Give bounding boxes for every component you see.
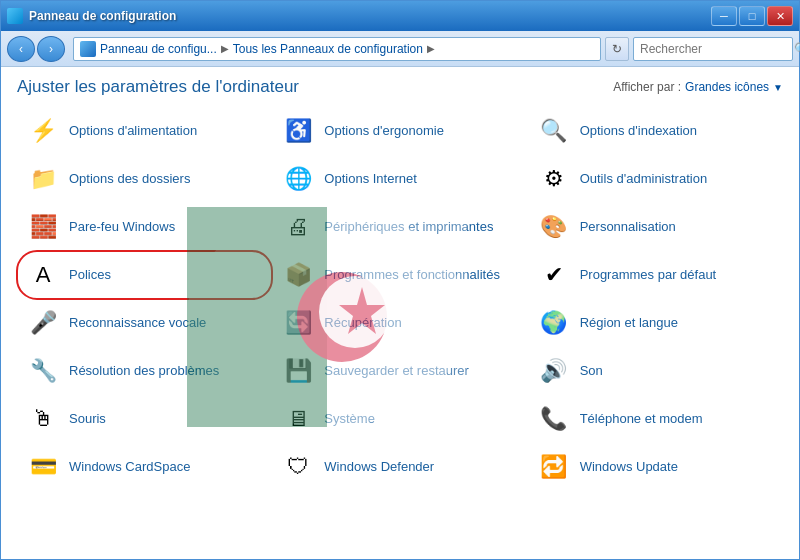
breadcrumb-arrow2: ▶ <box>427 43 435 54</box>
item-icon-systeme: 🖥 <box>280 401 316 437</box>
grid-item-personnalisation[interactable]: 🎨Personnalisation <box>528 203 783 251</box>
item-label-outils-admin: Outils d'administration <box>580 171 707 187</box>
item-icon-resolution-problemes: 🔧 <box>25 353 61 389</box>
view-arrow-icon: ▼ <box>773 82 783 93</box>
address-icon <box>80 41 96 57</box>
minimize-button[interactable]: ─ <box>711 6 737 26</box>
item-label-windows-cardspace: Windows CardSpace <box>69 459 190 475</box>
grid-item-systeme[interactable]: 🖥Système <box>272 395 527 443</box>
item-label-systeme: Système <box>324 411 375 427</box>
grid-item-telephone-modem[interactable]: 📞Téléphone et modem <box>528 395 783 443</box>
view-options: Afficher par : Grandes icônes ▼ <box>613 80 783 94</box>
search-icon: 🔍 <box>794 42 800 56</box>
grid-item-resolution-problemes[interactable]: 🔧Résolution des problèmes <box>17 347 272 395</box>
item-label-personnalisation: Personnalisation <box>580 219 676 235</box>
nav-buttons: ‹ › <box>7 36 65 62</box>
item-icon-telephone-modem: 📞 <box>536 401 572 437</box>
page-title: Ajuster les paramètres de l'ordinateur <box>17 77 299 97</box>
search-box[interactable]: 🔍 <box>633 37 793 61</box>
address-bar: ‹ › Panneau de configu... ▶ Tous les Pan… <box>1 31 799 67</box>
item-label-pare-feu: Pare-feu Windows <box>69 219 175 235</box>
content-header: Ajuster les paramètres de l'ordinateur A… <box>1 67 799 103</box>
breadcrumb-part2: Tous les Panneaux de configuration <box>233 42 423 56</box>
title-bar-left: Panneau de configuration <box>7 8 176 24</box>
window-icon <box>7 8 23 24</box>
item-icon-recuperation: 🔄 <box>280 305 316 341</box>
main-window: Panneau de configuration ─ □ ✕ ‹ › Panne… <box>0 0 800 560</box>
grid-item-programmes-fonctionnalites[interactable]: 📦Programmes et fonctionnalités <box>272 251 527 299</box>
item-icon-options-alimentation: ⚡ <box>25 113 61 149</box>
item-icon-personnalisation: 🎨 <box>536 209 572 245</box>
grid-item-options-ergonomie[interactable]: ♿Options d'ergonomie <box>272 107 527 155</box>
item-label-sauvegarder: Sauvegarder et restaurer <box>324 363 469 379</box>
item-label-recuperation: Récupération <box>324 315 401 331</box>
item-icon-region-langue: 🌍 <box>536 305 572 341</box>
item-icon-peripheriques: 🖨 <box>280 209 316 245</box>
item-label-programmes-defaut: Programmes par défaut <box>580 267 717 283</box>
view-value-button[interactable]: Grandes icônes <box>685 80 769 94</box>
item-label-windows-update: Windows Update <box>580 459 678 475</box>
maximize-button[interactable]: □ <box>739 6 765 26</box>
items-grid: ⚡Options d'alimentation♿Options d'ergono… <box>1 103 799 559</box>
grid-item-pare-feu[interactable]: 🧱Pare-feu Windows <box>17 203 272 251</box>
item-label-programmes-fonctionnalites: Programmes et fonctionnalités <box>324 267 500 283</box>
grid-item-windows-update[interactable]: 🔁Windows Update <box>528 443 783 491</box>
grid-item-windows-defender[interactable]: 🛡Windows Defender <box>272 443 527 491</box>
grid-item-reconnaissance-vocale[interactable]: 🎤Reconnaissance vocale <box>17 299 272 347</box>
address-box[interactable]: Panneau de configu... ▶ Tous les Panneau… <box>73 37 601 61</box>
item-label-son: Son <box>580 363 603 379</box>
window-title: Panneau de configuration <box>29 9 176 23</box>
item-icon-programmes-defaut: ✔ <box>536 257 572 293</box>
view-label: Afficher par : <box>613 80 681 94</box>
item-icon-options-internet: 🌐 <box>280 161 316 197</box>
grid-item-souris[interactable]: 🖱Souris <box>17 395 272 443</box>
item-icon-windows-defender: 🛡 <box>280 449 316 485</box>
item-icon-windows-cardspace: 💳 <box>25 449 61 485</box>
item-label-options-indexation: Options d'indexation <box>580 123 697 139</box>
item-icon-pare-feu: 🧱 <box>25 209 61 245</box>
item-icon-souris: 🖱 <box>25 401 61 437</box>
grid-item-recuperation[interactable]: 🔄Récupération <box>272 299 527 347</box>
item-label-telephone-modem: Téléphone et modem <box>580 411 703 427</box>
forward-button[interactable]: › <box>37 36 65 62</box>
item-label-polices: Polices <box>69 267 111 283</box>
breadcrumb-arrow1: ▶ <box>221 43 229 54</box>
item-label-souris: Souris <box>69 411 106 427</box>
title-bar-controls: ─ □ ✕ <box>711 6 793 26</box>
item-label-reconnaissance-vocale: Reconnaissance vocale <box>69 315 206 331</box>
grid-item-options-indexation[interactable]: 🔍Options d'indexation <box>528 107 783 155</box>
item-label-options-ergonomie: Options d'ergonomie <box>324 123 444 139</box>
item-label-options-internet: Options Internet <box>324 171 417 187</box>
item-icon-outils-admin: ⚙ <box>536 161 572 197</box>
item-label-options-dossiers: Options des dossiers <box>69 171 190 187</box>
item-icon-options-ergonomie: ♿ <box>280 113 316 149</box>
item-label-peripheriques: Périphériques et imprimantes <box>324 219 493 235</box>
item-icon-son: 🔊 <box>536 353 572 389</box>
item-icon-reconnaissance-vocale: 🎤 <box>25 305 61 341</box>
item-icon-programmes-fonctionnalites: 📦 <box>280 257 316 293</box>
item-icon-polices: A <box>25 257 61 293</box>
item-label-options-alimentation: Options d'alimentation <box>69 123 197 139</box>
grid-item-outils-admin[interactable]: ⚙Outils d'administration <box>528 155 783 203</box>
title-bar: Panneau de configuration ─ □ ✕ <box>1 1 799 31</box>
grid-item-polices[interactable]: APolices <box>17 251 272 299</box>
grid-container: ⚡Options d'alimentation♿Options d'ergono… <box>17 107 783 491</box>
grid-item-windows-cardspace[interactable]: 💳Windows CardSpace <box>17 443 272 491</box>
grid-item-region-langue[interactable]: 🌍Région et langue <box>528 299 783 347</box>
item-icon-windows-update: 🔁 <box>536 449 572 485</box>
search-input[interactable] <box>640 42 790 56</box>
grid-item-sauvegarder[interactable]: 💾Sauvegarder et restaurer <box>272 347 527 395</box>
item-icon-options-indexation: 🔍 <box>536 113 572 149</box>
grid-item-options-alimentation[interactable]: ⚡Options d'alimentation <box>17 107 272 155</box>
back-button[interactable]: ‹ <box>7 36 35 62</box>
breadcrumb-part1: Panneau de configu... <box>100 42 217 56</box>
close-button[interactable]: ✕ <box>767 6 793 26</box>
grid-item-options-internet[interactable]: 🌐Options Internet <box>272 155 527 203</box>
item-icon-sauvegarder: 💾 <box>280 353 316 389</box>
grid-item-peripheriques[interactable]: 🖨Périphériques et imprimantes <box>272 203 527 251</box>
grid-item-son[interactable]: 🔊Son <box>528 347 783 395</box>
grid-item-options-dossiers[interactable]: 📁Options des dossiers <box>17 155 272 203</box>
grid-item-programmes-defaut[interactable]: ✔Programmes par défaut <box>528 251 783 299</box>
item-icon-options-dossiers: 📁 <box>25 161 61 197</box>
refresh-button[interactable]: ↻ <box>605 37 629 61</box>
